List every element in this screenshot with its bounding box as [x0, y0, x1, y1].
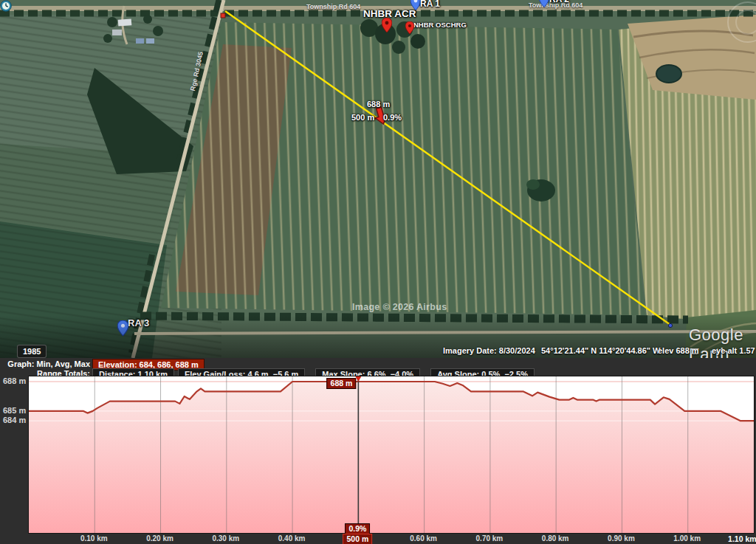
history-year-chip[interactable]: 1985: [17, 345, 47, 358]
pin-label-nhbr-oschrg[interactable]: NHBR OSCHRG: [413, 21, 467, 29]
graph-minavgmax-label: Graph: Min, Avg, Max: [0, 359, 90, 368]
road-label-township-1: Township Rd 604: [306, 3, 360, 10]
y-tick-label: 685 m: [3, 406, 27, 415]
status-elevation: elev 688 m: [658, 346, 699, 355]
marker-slope-tooltip: 0.9%: [345, 523, 370, 534]
path-start-handle[interactable]: [221, 13, 225, 18]
pin-nhbr-acr[interactable]: [382, 18, 392, 33]
pin-nhbr-oschrg[interactable]: [405, 21, 414, 35]
x-tick-label: 0.30 km: [212, 534, 239, 543]
x-tick-label: 0.40 km: [278, 534, 306, 543]
map-marker-distance: 500 m: [351, 113, 374, 122]
pin-label-ra1[interactable]: RA 1: [420, 0, 440, 9]
imagery-attribution: Image © 2026 Airbus: [352, 302, 447, 312]
elevation-chart[interactable]: [28, 376, 755, 534]
marker-distance-tick[interactable]: 500 m: [343, 534, 372, 544]
map-marker-elevation: 688 m: [367, 100, 390, 109]
x-tick-label: 0.90 km: [608, 534, 635, 543]
status-coordinates: 54°12'21.44" N 114°20'44.86" W: [541, 346, 660, 355]
x-tick-label: 0.20 km: [146, 534, 173, 543]
path-end-handle[interactable]: [668, 323, 672, 327]
pin-ra2[interactable]: [539, 0, 549, 8]
x-tick-label: 0.60 km: [410, 534, 437, 543]
x-tick-label: 0.10 km: [80, 534, 108, 543]
y-tick-label: 684 m: [3, 416, 27, 424]
marker-elevation-tooltip: 688 m: [327, 378, 357, 389]
elevation-profile-panel: Graph: Min, Avg, Max Elevation: 684, 686…: [0, 358, 756, 544]
x-tick-label: 0.70 km: [476, 534, 504, 543]
map-marker-slope: 0.9%: [383, 113, 402, 122]
y-tick-label: 688 m: [3, 376, 27, 385]
x-tick-label: 1.10 km: [728, 534, 756, 543]
x-tick-label: 0.80 km: [542, 534, 569, 543]
farm-building: [118, 18, 132, 26]
x-tick-label: 1.00 km: [673, 534, 701, 543]
map-viewport[interactable]: Township Rd 604 Township Rd 604 Rge Rd 3…: [0, 0, 756, 358]
status-eye-altitude: eye alt 1.57 km: [712, 346, 756, 355]
pin-label-ra3[interactable]: RA 3: [128, 317, 149, 328]
google-earth-window: Township Rd 604 Township Rd 604 Rge Rd 3…: [0, 0, 756, 544]
x-axis: 0.10 km0.20 km0.30 km0.40 km0.60 km0.70 …: [0, 534, 756, 544]
pond: [656, 65, 681, 83]
pin-label-ra2[interactable]: RA 2: [549, 0, 569, 4]
status-imagery-date: Imagery Date: 8/30/2024: [443, 346, 535, 355]
history-clock-icon[interactable]: [0, 0, 12, 12]
pin-ra3[interactable]: [117, 320, 128, 337]
